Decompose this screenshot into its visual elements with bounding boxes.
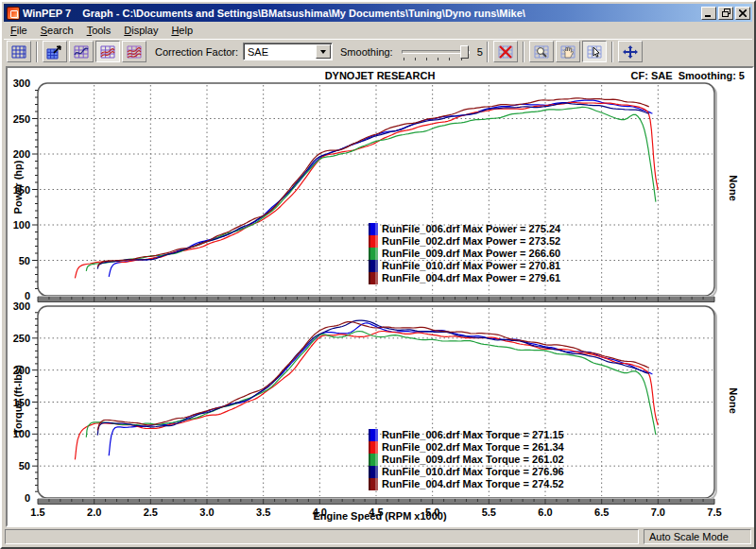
legend-item: RunFile_002.drf Max Power = 273.52: [369, 235, 614, 248]
window-title: WinPEP 7 Graph - C:\Documents and Settin…: [23, 8, 701, 19]
table-view-button[interactable]: [7, 41, 31, 62]
pan-hand-button[interactable]: [556, 41, 580, 62]
legend-swatch: [369, 272, 378, 284]
restore-icon: [722, 9, 730, 17]
toolbar-separator: [523, 42, 524, 62]
title-bar[interactable]: WinPEP 7 Graph - C:\Documents and Settin…: [4, 4, 752, 22]
restore-button[interactable]: [718, 7, 733, 20]
app-icon: [7, 7, 20, 20]
smoothing-value: 5: [477, 46, 483, 58]
legend-item: RunFile_006.drf Max Power = 275.24: [369, 223, 614, 235]
toolbar: Correction Factor: SAE Smoothing: 5: [4, 39, 752, 63]
graph-panel: DYNOJET RESEARCH CF: SAE Smoothing: 5 05…: [6, 66, 754, 527]
legend-swatch: [369, 235, 378, 248]
torque-legend: RunFile_006.drf Max Torque = 271.15RunFi…: [369, 429, 614, 490]
scale-mode-cell: Auto Scale Mode: [644, 529, 751, 544]
legend-label: RunFile_006.drf Max Power = 275.24: [378, 223, 560, 235]
slider-thumb[interactable]: [460, 45, 469, 59]
legend-swatch: [369, 466, 378, 478]
y-tick-label: 50: [19, 460, 30, 472]
smoothing-slider[interactable]: [402, 43, 470, 61]
magnifier-grid-icon: [533, 44, 550, 60]
legend-item: RunFile_010.drf Max Torque = 276.96: [369, 466, 614, 478]
zoom-box-button[interactable]: [529, 41, 554, 62]
legend-item: RunFile_004.drf Max Power = 279.61: [369, 272, 614, 284]
legend-item: RunFile_004.drf Max Torque = 274.52: [369, 478, 614, 490]
legend-item: RunFile_010.drf Max Power = 270.81: [369, 260, 614, 272]
pointer-grid-icon: [586, 44, 603, 60]
graph-overlay-runs-button[interactable]: [95, 41, 120, 62]
toolbar-separator: [611, 42, 613, 62]
chevron-down-icon: [320, 50, 326, 54]
legend-label: RunFile_009.drf Max Torque = 261.02: [378, 454, 564, 466]
minimize-icon: [705, 9, 713, 17]
grid-multi-curves-icon: [126, 44, 143, 60]
correction-factor-select[interactable]: SAE: [243, 43, 333, 60]
torque-right-axis-label: None: [728, 382, 739, 420]
y-tick-label: 300: [13, 77, 30, 89]
legend-item: RunFile_002.drf Max Torque = 261.34: [369, 441, 614, 454]
graph-multi-runs-button[interactable]: [122, 41, 146, 62]
legend-label: RunFile_002.drf Max Power = 273.52: [378, 235, 560, 248]
slider-ticks: [404, 58, 462, 60]
combo-dropdown-button[interactable]: [316, 44, 331, 59]
legend-label: RunFile_009.drf Max Power = 266.60: [378, 248, 560, 260]
menu-file[interactable]: File: [4, 23, 34, 38]
close-icon: [739, 9, 747, 17]
close-button[interactable]: [735, 7, 750, 20]
torque-axis-title: Torque (ft-lbs): [12, 357, 24, 442]
minimize-button[interactable]: [701, 7, 716, 20]
power-axis-title: Power (hp): [12, 154, 24, 220]
y-tick-label: 100: [13, 219, 30, 231]
graph-single-run-button[interactable]: [69, 41, 94, 62]
move-axes-button[interactable]: [618, 41, 643, 62]
red-x-grid-icon: [497, 44, 514, 60]
status-bar: Auto Scale Mode: [4, 527, 752, 545]
hand-grid-icon: [559, 44, 576, 60]
grid-arrow-icon: [46, 44, 63, 60]
correction-factor-label: Correction Factor:: [155, 46, 238, 58]
legend-swatch: [369, 260, 378, 272]
toolbar-separator: [487, 42, 489, 62]
legend-label: RunFile_004.drf Max Torque = 274.52: [378, 478, 564, 490]
table-grid-icon: [10, 44, 27, 60]
power-right-axis-label: None: [728, 169, 739, 207]
status-message-cell: [5, 529, 639, 544]
y-tick-label: 250: [13, 113, 30, 125]
legend-item: RunFile_009.drf Max Torque = 261.02: [369, 454, 614, 466]
menu-display[interactable]: Display: [117, 23, 164, 38]
legend-swatch: [369, 429, 378, 441]
y-tick-label: 250: [13, 333, 30, 344]
y-tick-label: 50: [19, 255, 30, 266]
legend-label: RunFile_010.drf Max Torque = 276.96: [378, 466, 564, 478]
y-tick-label: 300: [13, 300, 30, 312]
toolbar-separator: [36, 42, 38, 62]
legend-swatch: [369, 223, 378, 235]
correction-factor-value: SAE: [244, 46, 316, 58]
legend-label: RunFile_002.drf Max Torque = 261.34: [378, 441, 564, 454]
grid-two-curves-icon: [99, 44, 116, 60]
legend-label: RunFile_010.drf Max Power = 270.81: [378, 260, 560, 272]
winpep-window: WinPEP 7 Graph - C:\Documents and Settin…: [0, 0, 756, 549]
legend-label: RunFile_004.drf Max Power = 279.61: [378, 272, 560, 284]
menu-search[interactable]: Search: [34, 23, 80, 38]
x-axis-title: Engine Speed (RPM x1000): [8, 510, 752, 522]
legend-swatch: [369, 441, 378, 454]
menu-help[interactable]: Help: [164, 23, 199, 38]
four-way-arrow-icon: [622, 44, 639, 60]
legend-swatch: [369, 248, 378, 260]
menu-tools[interactable]: Tools: [80, 23, 118, 38]
legend-item: RunFile_006.drf Max Torque = 271.15: [369, 429, 614, 441]
legend-item: RunFile_009.drf Max Power = 266.60: [369, 248, 614, 260]
clear-graph-button[interactable]: [493, 41, 518, 62]
legend-swatch: [369, 478, 378, 490]
graph-new-button[interactable]: [43, 41, 67, 62]
y-tick-label: 0: [25, 492, 30, 504]
pointer-select-button[interactable]: [582, 41, 607, 62]
power-legend: RunFile_006.drf Max Power = 275.24RunFil…: [369, 223, 614, 284]
grid-curve-icon: [73, 44, 90, 60]
legend-label: RunFile_006.drf Max Torque = 271.15: [378, 429, 564, 441]
smoothing-label: Smoothing:: [340, 46, 393, 58]
menu-bar: File Search Tools Display Help: [4, 22, 752, 39]
legend-swatch: [369, 454, 378, 466]
